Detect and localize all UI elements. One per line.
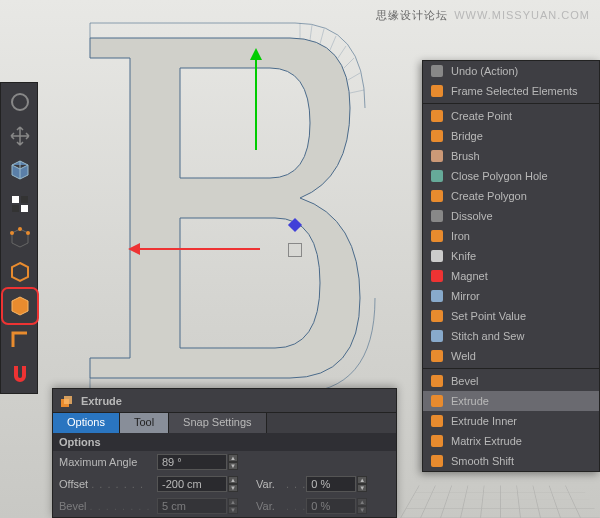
menu-set-point-value[interactable]: Set Point Value [423, 306, 599, 326]
menu-close-polygon-hole[interactable]: Close Polygon Hole [423, 166, 599, 186]
menu-bridge[interactable]: Bridge [423, 126, 599, 146]
svg-rect-25 [431, 250, 443, 262]
svg-line-6 [348, 73, 360, 80]
live-selection-tool[interactable] [4, 86, 36, 118]
menu-matrix-extrude[interactable]: Matrix Extrude [423, 431, 599, 451]
menu-label: Weld [451, 350, 476, 362]
menu-dissolve[interactable]: Dissolve [423, 206, 599, 226]
offset-var-spinner[interactable]: ▲▼ [357, 476, 367, 492]
tab-tool[interactable]: Tool [120, 413, 169, 433]
axis-x[interactable] [130, 248, 260, 250]
svg-line-7 [350, 90, 364, 93]
edge-mode[interactable] [4, 256, 36, 288]
svg-rect-10 [21, 196, 28, 203]
cube-tool[interactable] [4, 154, 36, 186]
tab-options[interactable]: Options [53, 413, 120, 433]
offset-spinner[interactable]: ▲▼ [228, 476, 238, 492]
menu-extrude-inner[interactable]: Extrude Inner [423, 411, 599, 431]
menu-frame-selected-elements[interactable]: Frame Selected Elements [423, 81, 599, 101]
stitch-icon [429, 328, 445, 344]
polygon-mode[interactable] [4, 290, 36, 322]
menu-undo-action-[interactable]: Undo (Action) [423, 61, 599, 81]
max-angle-input[interactable] [157, 454, 227, 470]
svg-point-13 [18, 227, 22, 231]
menu-mirror[interactable]: Mirror [423, 286, 599, 306]
menu-stitch-and-sew[interactable]: Stitch and Sew [423, 326, 599, 346]
svg-rect-18 [431, 110, 443, 122]
menu-weld[interactable]: Weld [423, 346, 599, 366]
menu-iron[interactable]: Iron [423, 226, 599, 246]
menu-knife[interactable]: Knife [423, 246, 599, 266]
svg-rect-12 [21, 205, 28, 212]
menu-label: Create Polygon [451, 190, 527, 202]
menu-label: Magnet [451, 270, 488, 282]
bevel-spinner: ▲▼ [228, 498, 238, 514]
bridge-icon [429, 128, 445, 144]
menu-extrude[interactable]: Extrude [423, 391, 599, 411]
mode-toolbar [0, 82, 38, 394]
menu-bevel[interactable]: Bevel [423, 371, 599, 391]
svg-rect-29 [431, 330, 443, 342]
close-poly-icon [429, 168, 445, 184]
svg-rect-16 [431, 65, 443, 77]
extrude-icon [429, 393, 445, 409]
offset-input[interactable] [157, 476, 227, 492]
magnet-icon [429, 268, 445, 284]
menu-label: Bevel [451, 375, 479, 387]
axis-tool[interactable] [4, 324, 36, 356]
context-menu: Undo (Action)Frame Selected ElementsCrea… [422, 60, 600, 472]
bevel-var-spinner: ▲▼ [357, 498, 367, 514]
axis-y[interactable] [255, 50, 257, 150]
max-angle-spinner[interactable]: ▲▼ [228, 454, 238, 470]
undo-icon [429, 63, 445, 79]
svg-rect-17 [431, 85, 443, 97]
svg-point-14 [26, 231, 30, 235]
smooth-shift-icon [429, 453, 445, 469]
svg-rect-24 [431, 230, 443, 242]
svg-point-8 [12, 94, 28, 110]
menu-magnet[interactable]: Magnet [423, 266, 599, 286]
panel-title: Extrude [81, 395, 122, 407]
svg-point-15 [10, 231, 14, 235]
max-angle-label: Maximum Angle [59, 456, 157, 468]
move-tool[interactable] [4, 120, 36, 152]
menu-label: Create Point [451, 110, 512, 122]
material-tool[interactable] [4, 188, 36, 220]
offset-var-input[interactable] [306, 476, 356, 492]
menu-create-polygon[interactable]: Create Polygon [423, 186, 599, 206]
menu-create-point[interactable]: Create Point [423, 106, 599, 126]
svg-line-1 [310, 25, 312, 40]
dissolve-icon [429, 208, 445, 224]
menu-label: Bridge [451, 130, 483, 142]
svg-line-5 [344, 58, 354, 68]
menu-label: Frame Selected Elements [451, 85, 578, 97]
extrude-inner-icon [429, 413, 445, 429]
svg-rect-21 [431, 170, 443, 182]
magnet-tool[interactable] [4, 358, 36, 390]
menu-label: Iron [451, 230, 470, 242]
bevel-var-label: Var. [256, 500, 286, 512]
iron-icon [429, 228, 445, 244]
menu-label: Knife [451, 250, 476, 262]
menu-label: Close Polygon Hole [451, 170, 548, 182]
menu-brush[interactable]: Brush [423, 146, 599, 166]
set-point-icon [429, 308, 445, 324]
svg-rect-20 [431, 150, 443, 162]
matrix-extrude-icon [429, 433, 445, 449]
axis-plane-handle[interactable] [288, 243, 302, 257]
svg-rect-32 [431, 395, 443, 407]
tab-snap-settings[interactable]: Snap Settings [169, 413, 267, 433]
menu-label: Dissolve [451, 210, 493, 222]
menu-label: Set Point Value [451, 310, 526, 322]
offset-var-label: Var. [256, 478, 286, 490]
svg-rect-11 [12, 205, 19, 212]
point-mode[interactable] [4, 222, 36, 254]
knife-icon [429, 248, 445, 264]
menu-smooth-shift[interactable]: Smooth Shift [423, 451, 599, 471]
svg-rect-28 [431, 310, 443, 322]
menu-label: Brush [451, 150, 480, 162]
svg-rect-26 [431, 270, 443, 282]
svg-rect-23 [431, 210, 443, 222]
svg-rect-37 [64, 396, 72, 404]
mirror-icon [429, 288, 445, 304]
